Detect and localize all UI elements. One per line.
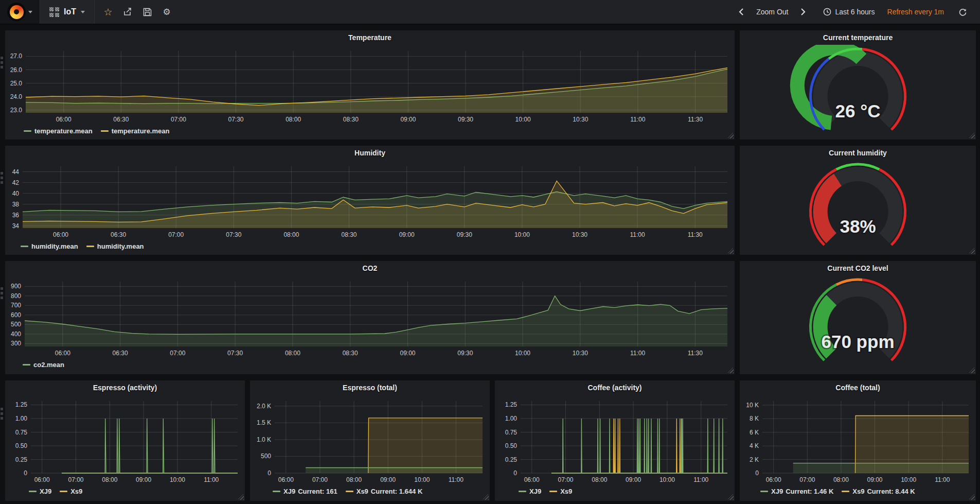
svg-text:6 K: 6 K: [750, 429, 759, 436]
dashboard-grid-icon: [49, 7, 59, 17]
svg-text:11:30: 11:30: [688, 350, 703, 357]
panel-temperature: Temperature 06:0006:3007:0007:3008:0008:…: [5, 30, 735, 140]
resize-handle-icon[interactable]: [728, 368, 734, 373]
row-drag-handle[interactable]: [1, 287, 5, 299]
legend-item[interactable]: co2.mean: [23, 361, 64, 369]
panel-title[interactable]: Current CO2 level: [740, 261, 976, 275]
svg-text:06:00: 06:00: [55, 350, 70, 357]
legend-current-value: Current: 8.44 K: [867, 488, 915, 495]
svg-text:11:30: 11:30: [688, 116, 703, 123]
svg-text:500: 500: [261, 453, 271, 460]
svg-text:670 ppm: 670 ppm: [822, 332, 895, 352]
legend: XJ9Current: 1.46 KXs9Current: 8.44 K: [740, 485, 976, 497]
resize-handle-icon[interactable]: [969, 248, 975, 254]
zoom-out-right-chevron-icon[interactable]: [796, 5, 810, 19]
legend-item[interactable]: temperature.mean: [101, 127, 170, 135]
resize-handle-icon[interactable]: [728, 133, 734, 138]
svg-text:1.25: 1.25: [505, 401, 518, 408]
legend-item[interactable]: temperature.mean: [24, 127, 93, 135]
svg-text:07:00: 07:00: [170, 350, 185, 357]
refresh-interval-button[interactable]: Refresh every 1m: [883, 5, 949, 19]
svg-text:07:30: 07:30: [227, 350, 243, 357]
resize-handle-icon[interactable]: [728, 248, 734, 254]
gear-icon[interactable]: ⚙: [158, 4, 175, 20]
svg-text:25.0: 25.0: [10, 80, 23, 87]
svg-text:08:00: 08:00: [283, 231, 299, 238]
panel-title[interactable]: Temperature: [5, 30, 735, 45]
espresso-activity-chart[interactable]: 06:0007:0008:0009:0010:0011:0000.250.500…: [5, 395, 245, 485]
time-range-label: Last 6 hours: [835, 8, 875, 16]
dashboard-grid: Temperature 06:0006:3007:0007:3008:0008:…: [0, 25, 980, 504]
svg-text:09:00: 09:00: [400, 116, 416, 123]
co2-chart[interactable]: 06:0006:3007:0007:3008:0008:3009:0009:30…: [5, 275, 735, 359]
panel-title[interactable]: Coffee (total): [740, 380, 976, 395]
svg-text:400: 400: [11, 331, 21, 338]
humidity-chart[interactable]: 06:0006:3007:0007:3008:0008:3009:0009:30…: [5, 160, 735, 240]
svg-text:11:00: 11:00: [630, 231, 645, 238]
humidity-gauge: 38%: [740, 160, 976, 257]
panel-title[interactable]: Humidity: [5, 146, 735, 160]
dashboard-picker[interactable]: IoT: [40, 0, 95, 24]
legend: XJ9Xs9: [495, 485, 735, 497]
legend-item[interactable]: Xs9Current: 1.644 K: [346, 488, 423, 495]
panel-title[interactable]: Espresso (activity): [5, 380, 245, 395]
refresh-icon[interactable]: [954, 5, 972, 20]
resize-handle-icon[interactable]: [728, 494, 734, 500]
svg-text:2 K: 2 K: [750, 456, 759, 463]
resize-handle-icon[interactable]: [483, 494, 489, 500]
legend-item[interactable]: XJ9Current: 1.46 K: [760, 488, 833, 495]
legend-item[interactable]: Xs9: [60, 488, 82, 495]
grafana-menu-button[interactable]: [0, 0, 40, 24]
temperature-chart[interactable]: 06:0006:3007:0007:3008:0008:3009:0009:30…: [5, 45, 735, 125]
coffee-total-chart[interactable]: 06:0007:0008:0009:0010:0011:0002 K4 K6 K…: [740, 395, 976, 485]
share-icon[interactable]: [119, 4, 136, 20]
legend-item[interactable]: Xs9: [549, 488, 572, 495]
svg-text:0.75: 0.75: [15, 429, 28, 436]
legend-current-value: Current: 161: [298, 488, 337, 495]
panel-title[interactable]: Current temperature: [740, 30, 976, 45]
panel-title[interactable]: Coffee (activity): [495, 380, 735, 395]
svg-text:09:30: 09:30: [457, 231, 472, 238]
panel-title[interactable]: Current humidity: [740, 146, 976, 160]
resize-handle-icon[interactable]: [969, 133, 975, 138]
resize-handle-icon[interactable]: [969, 494, 975, 500]
legend-item[interactable]: XJ9: [519, 488, 541, 495]
espresso-total-chart[interactable]: 06:0007:0008:0009:0010:0011:0005001.0 K1…: [250, 395, 490, 485]
legend-item[interactable]: XJ9: [29, 488, 51, 495]
coffee-activity-chart[interactable]: 06:0007:0008:0009:0010:0011:0000.250.500…: [495, 395, 735, 485]
navbar: IoT ☆ ⚙ Zoom Out Last 6 hours Refresh ev…: [0, 0, 980, 25]
row-drag-handle[interactable]: [1, 408, 5, 420]
legend-item[interactable]: Xs9Current: 8.44 K: [842, 488, 915, 495]
row-drag-handle[interactable]: [1, 57, 5, 68]
panel-title[interactable]: CO2: [5, 261, 735, 275]
svg-text:08:00: 08:00: [346, 476, 362, 483]
clock-icon: [823, 8, 831, 16]
svg-text:07:30: 07:30: [228, 116, 243, 123]
star-icon[interactable]: ☆: [100, 4, 116, 20]
svg-text:10:00: 10:00: [170, 476, 185, 483]
svg-text:06:00: 06:00: [278, 476, 294, 483]
panel-coffee-total: Coffee (total) 06:0007:0008:0009:0010:00…: [740, 380, 976, 501]
svg-text:10:30: 10:30: [573, 116, 588, 123]
row-drag-handle[interactable]: [1, 172, 5, 184]
zoom-out-left-chevron-icon[interactable]: [734, 5, 749, 19]
legend-item[interactable]: humidity.mean: [21, 242, 78, 250]
panel-current-humidity: Current humidity 38%: [740, 146, 976, 255]
svg-text:10:00: 10:00: [515, 350, 530, 357]
panel-current-temperature: Current temperature 26 °C: [740, 30, 976, 140]
svg-text:10:00: 10:00: [514, 231, 530, 238]
legend-item[interactable]: XJ9Current: 161: [273, 488, 337, 495]
zoom-out-button[interactable]: Zoom Out: [752, 5, 793, 19]
time-range-picker[interactable]: Last 6 hours: [818, 5, 879, 19]
resize-handle-icon[interactable]: [969, 368, 975, 373]
svg-text:1.5 K: 1.5 K: [257, 419, 271, 426]
svg-text:0: 0: [755, 470, 759, 477]
legend-item[interactable]: humidity.mean: [86, 242, 144, 250]
svg-text:10:00: 10:00: [901, 476, 916, 483]
svg-text:08:00: 08:00: [592, 476, 607, 483]
svg-text:0: 0: [513, 470, 517, 477]
panel-title[interactable]: Espresso (total): [250, 380, 490, 395]
save-icon[interactable]: [139, 4, 155, 20]
svg-text:06:00: 06:00: [53, 231, 68, 238]
resize-handle-icon[interactable]: [238, 494, 244, 500]
